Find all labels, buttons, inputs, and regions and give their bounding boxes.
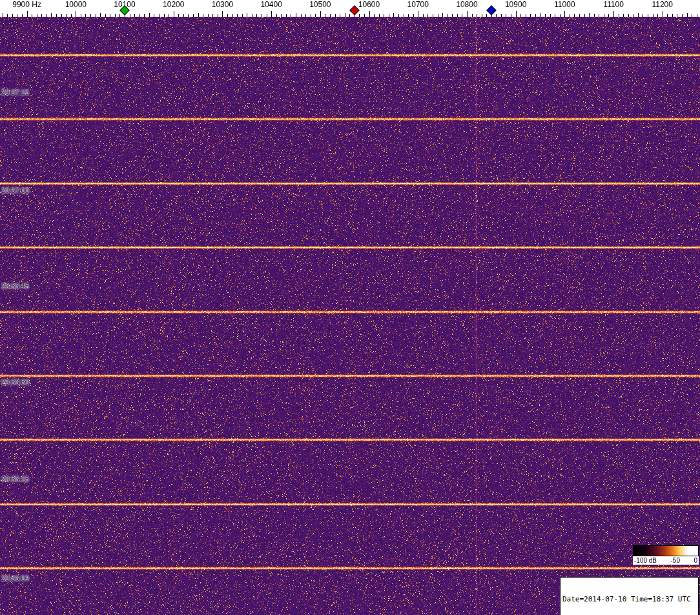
db-gradient-bar [633,545,699,556]
db-scale-min-label: -100 dB [634,557,657,564]
time-label: 20:36:45 [1,282,29,290]
waterfall-display[interactable] [0,17,700,615]
freq-label: 10400 [260,1,282,8]
freq-label: 10800 [456,1,477,8]
time-label: 20:37:15 [1,88,29,96]
time-label: 20:36:00 [1,574,29,582]
freq-label: 10300 [212,1,233,8]
db-scale-mid-label: -50 [671,557,680,564]
info-box: Date=2014-07-10 Time=18:37 UTC Freq=143 … [560,577,699,615]
db-scale-labels: -100 dB -50 0 [633,556,699,565]
freq-label: 10000 [65,1,87,8]
freq-label: 11200 [652,1,672,8]
freq-label: 11000 [554,1,575,8]
time-label: 20:36:30 [1,378,29,386]
frequency-ruler: 9900 Hz100001010010200103001040010500106… [0,0,700,17]
freq-label: 11100 [603,1,624,8]
freq-label: 10500 [309,1,331,8]
spectrum-waterfall-window: 9900 Hz100001010010200103001040010500106… [0,0,700,615]
time-label: 20:36:15 [1,475,29,483]
freq-label: 10900 [505,1,526,8]
freq-label: 10600 [358,1,380,8]
frequency-ticks-canvas [0,0,700,17]
db-color-scale: -100 dB -50 0 [633,545,699,565]
time-label: 20:37:00 [1,187,29,194]
freq-label: 10200 [163,1,184,8]
info-date-line: Date=2014-07-10 Time=18:37 UTC [562,595,696,603]
freq-label: 10700 [407,1,429,8]
db-scale-max-label: 0 [694,557,697,564]
freq-label: 9900 Hz [12,1,41,8]
